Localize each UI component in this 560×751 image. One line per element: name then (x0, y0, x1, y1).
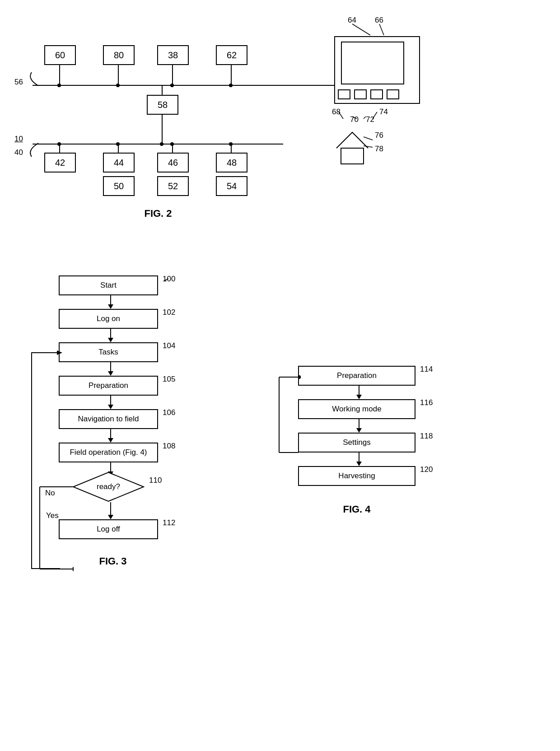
box-60: 60 (44, 45, 76, 65)
dot-60 (57, 84, 61, 87)
monitor-screen (341, 42, 404, 84)
ref-112: 112 (163, 518, 175, 527)
ref-105: 105 (163, 375, 175, 384)
fig4-loop (275, 366, 301, 456)
flow4-working: Working mode (298, 399, 415, 419)
dot-44 (116, 142, 120, 146)
ref-110: 110 (149, 476, 162, 485)
arrow-logon-tasks (108, 329, 113, 342)
flow3-nav: Navigation to field (59, 409, 158, 429)
box-58: 58 (147, 95, 178, 115)
arrow-prep-nav (108, 396, 113, 409)
vline-62 (231, 65, 232, 85)
flow3-start: Start (59, 275, 158, 295)
box-54: 54 (216, 176, 247, 196)
dot-80 (116, 84, 120, 87)
loop-vline (31, 352, 32, 569)
svg-line-9 (164, 279, 168, 281)
svg-line-8 (364, 146, 373, 147)
flow3-ready-diamond: ready? (72, 471, 145, 502)
ref-106: 106 (163, 408, 175, 417)
svg-line-0 (352, 24, 370, 35)
flow4-settings: Settings (298, 433, 415, 452)
ref-10: 10 (14, 135, 23, 144)
dot-58 (160, 142, 163, 146)
svg-line-5 (373, 112, 377, 119)
box-46: 46 (157, 153, 189, 173)
arrow-settings-harvest (356, 452, 362, 466)
svg-line-3 (352, 117, 357, 119)
ref-104: 104 (163, 341, 175, 350)
flow3-prep: Preparation (59, 376, 158, 396)
dot-42 (57, 142, 61, 146)
arrow-working-settings (356, 419, 362, 433)
flow3-field: Field operation (Fig. 4) (59, 443, 158, 462)
flow4-prep: Preparation (298, 366, 415, 386)
box-62: 62 (216, 45, 247, 65)
loop-hline-top (32, 352, 60, 353)
loop-arrowhead (57, 349, 64, 356)
arrow-prep-working (356, 386, 362, 399)
ref-lines-house (361, 135, 379, 153)
yes-label: Yes (46, 511, 59, 520)
fig2-caption: FIG. 2 (90, 208, 226, 219)
ref-56: 56 (14, 78, 23, 87)
vline-58-bot (162, 115, 163, 144)
ref-40: 40 (14, 148, 23, 157)
monitor-buttons (338, 89, 399, 99)
svg-line-7 (364, 137, 373, 140)
box-50: 50 (103, 176, 135, 196)
svg-marker-20 (299, 375, 301, 379)
svg-line-4 (364, 117, 366, 119)
box-52: 52 (157, 176, 189, 196)
flow3-logon: Log on (59, 309, 158, 329)
bottom-bus (33, 144, 283, 145)
svg-line-1 (379, 24, 384, 35)
box-42: 42 (44, 153, 76, 173)
svg-rect-6 (341, 148, 364, 164)
flow3-logoff: Log off (59, 519, 158, 539)
dot-62 (229, 84, 233, 87)
svg-marker-16 (57, 350, 62, 355)
arrow-ready-logoff (108, 502, 113, 519)
box-38: 38 (157, 45, 189, 65)
arrow-start-logon (108, 295, 113, 309)
hline-to-monitor (283, 85, 342, 86)
fig4-caption: FIG. 4 (289, 504, 425, 515)
svg-marker-15 (73, 567, 74, 571)
dot-48 (229, 142, 233, 146)
ref-114: 114 (420, 365, 433, 374)
box-44: 44 (103, 153, 135, 173)
vline-58-top (162, 86, 163, 95)
flow3-tasks: Tasks (59, 342, 158, 362)
top-bus (33, 85, 283, 86)
box-80: 80 (103, 45, 135, 65)
ref-108: 108 (163, 442, 175, 451)
box-48: 48 (216, 153, 247, 173)
ref-lines-buttons (334, 107, 393, 121)
ref-line-100 (162, 276, 171, 282)
vline-60 (59, 65, 60, 85)
vline-38 (172, 65, 173, 85)
vline-80 (118, 65, 119, 85)
svg-text:ready?: ready? (97, 482, 120, 491)
dot-38 (170, 84, 174, 87)
arrow-tasks-prep (108, 362, 113, 376)
ref-102: 102 (163, 308, 175, 317)
ref-116: 116 (420, 398, 433, 407)
arrow-nav-field (108, 429, 113, 443)
ref-118: 118 (420, 432, 433, 441)
flow4-harvest: Harvesting (298, 466, 415, 486)
ref-120: 120 (420, 465, 433, 474)
fig3-caption: FIG. 3 (45, 555, 181, 567)
loop-line-right (32, 568, 60, 569)
svg-line-2 (339, 112, 343, 119)
dot-46 (170, 142, 174, 146)
